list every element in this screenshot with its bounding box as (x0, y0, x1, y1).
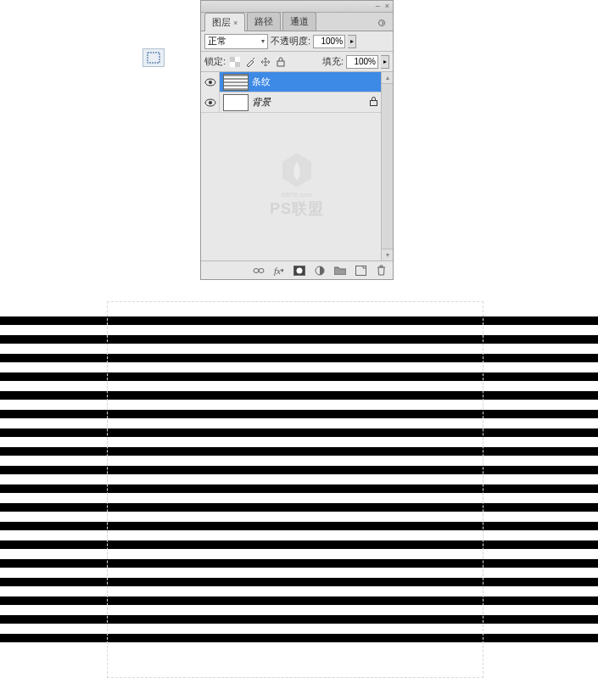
tab-paths[interactable]: 路径 (247, 12, 281, 31)
svg-rect-10 (371, 101, 377, 106)
layer-thumbnail[interactable] (223, 94, 249, 111)
opacity-flyout-icon[interactable]: ▸ (348, 35, 356, 48)
delete-layer-icon[interactable] (374, 264, 388, 277)
svg-point-12 (254, 268, 259, 272)
fill-label: 填充: (322, 55, 344, 68)
panel-menu-icon[interactable] (374, 17, 389, 31)
panel-footer: fx▾ (201, 260, 393, 279)
minimize-icon[interactable]: – (376, 3, 380, 10)
blend-mode-select[interactable]: 正常 ▾ (204, 34, 268, 49)
new-layer-icon[interactable] (354, 264, 367, 277)
panel-tabs: 图层× 路径 通道 (201, 13, 393, 31)
watermark: 68PS.com PS联盟 (270, 152, 324, 219)
tab-label: 图层 (212, 17, 231, 27)
blend-mode-value: 正常 (208, 35, 226, 48)
layers-panel: – × 图层× 路径 通道 正常 ▾ 不透明度: 100% ▸ 锁定: (200, 0, 394, 280)
chevron-down-icon: ▾ (261, 37, 265, 45)
layer-name-label: 背景 (252, 96, 271, 109)
layer-effects-icon[interactable]: fx▾ (272, 264, 286, 277)
svg-point-7 (209, 81, 212, 84)
svg-point-13 (259, 268, 264, 272)
layer-thumbnail[interactable] (223, 74, 249, 91)
layer-row-stripes[interactable]: 条纹 (201, 72, 393, 92)
group-icon[interactable] (333, 264, 347, 277)
visibility-eye-icon[interactable] (201, 92, 220, 113)
svg-rect-17 (355, 266, 366, 275)
fill-input[interactable]: 100% (346, 55, 378, 69)
lock-transparency-icon[interactable] (228, 55, 241, 68)
opacity-label: 不透明度: (271, 35, 310, 48)
lock-paint-icon[interactable] (243, 55, 256, 68)
lock-buttons (228, 55, 287, 68)
svg-marker-11 (282, 154, 311, 188)
close-icon[interactable]: × (385, 3, 389, 10)
panel-titlebar: – × (201, 1, 393, 13)
scroll-up-icon[interactable]: ▴ (382, 72, 393, 84)
stripes-pattern (0, 316, 598, 652)
lock-fill-row: 锁定: 填充: 100% ▸ (201, 52, 393, 72)
tab-close-icon[interactable]: × (233, 19, 238, 27)
layer-mask-icon[interactable] (293, 264, 306, 277)
svg-rect-3 (230, 57, 235, 62)
lock-label: 锁定: (204, 55, 226, 68)
link-layers-icon[interactable] (252, 264, 265, 277)
tab-layers[interactable]: 图层× (204, 13, 245, 31)
fill-flyout-icon[interactable]: ▸ (381, 55, 389, 69)
svg-rect-5 (277, 61, 284, 66)
lock-all-icon[interactable] (274, 55, 287, 68)
svg-rect-0 (148, 53, 159, 63)
lock-position-icon[interactable] (259, 55, 271, 68)
layer-row-background[interactable]: 背景 (201, 92, 393, 113)
layer-lock-icon (370, 97, 377, 108)
opacity-input[interactable]: 100% (313, 35, 345, 48)
tab-channels[interactable]: 通道 (282, 12, 316, 31)
canvas[interactable] (0, 316, 598, 671)
scrollbar[interactable]: ▴ ▾ (381, 72, 393, 260)
layer-name-label: 条纹 (252, 76, 271, 88)
svg-point-15 (297, 267, 303, 273)
adjustment-layer-icon[interactable] (313, 264, 327, 277)
blend-opacity-row: 正常 ▾ 不透明度: 100% ▸ (201, 31, 393, 52)
scroll-down-icon[interactable]: ▾ (382, 249, 393, 260)
layer-list: 条纹 背景 68PS.com PS联盟 ▴ ▾ (201, 72, 393, 260)
visibility-eye-icon[interactable] (201, 72, 220, 92)
marquee-tool-button[interactable] (143, 48, 165, 67)
svg-point-9 (209, 101, 212, 104)
svg-rect-4 (235, 62, 240, 67)
